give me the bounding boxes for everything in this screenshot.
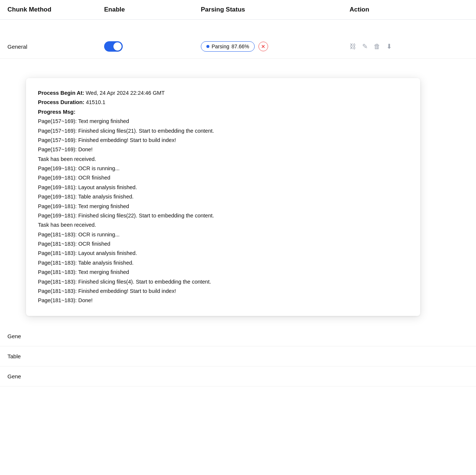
- parsing-label: Parsing: [212, 43, 229, 49]
- log-line: Page(181~183): Layout analysis finished.: [38, 249, 408, 258]
- header-action: Action: [350, 6, 469, 13]
- process-begin-label: Process Begin At:: [38, 90, 84, 96]
- chunk-method-cell: Table: [7, 353, 104, 359]
- toggle-switch[interactable]: [104, 41, 123, 52]
- process-duration-label: Process Duration:: [38, 99, 84, 105]
- log-line: Page(157~169): Done!: [38, 145, 408, 154]
- parsing-dot: [206, 45, 209, 48]
- table-row: Table: [0, 346, 476, 366]
- log-line: Page(181~183): OCR is running...: [38, 230, 408, 239]
- link-icon[interactable]: ⛓: [350, 43, 356, 51]
- log-line: Page(169~181): OCR finished: [38, 173, 408, 182]
- table-container: Chunk Method Enable Parsing Status Actio…: [0, 0, 476, 387]
- process-begin-value-text: Wed, 24 Apr 2024 22:24:46 GMT: [86, 90, 165, 96]
- log-line: Page(157~169): Finished embedding! Start…: [38, 136, 408, 145]
- progress-msg-line: Progress Msg:: [38, 107, 408, 117]
- table-header: Chunk Method Enable Parsing Status Actio…: [0, 0, 476, 20]
- action-cell: ⛓ ✎ 🗑 ⬇: [350, 42, 469, 51]
- table-row: Gene: [0, 326, 476, 346]
- progress-msg-label: Progress Msg:: [38, 109, 75, 115]
- header-enable: Enable: [104, 6, 201, 13]
- chunk-method-cell: Gene: [7, 373, 104, 379]
- log-line: Task has been received.: [38, 220, 408, 230]
- table-row: General Parsing 87.66% ✕ ⛓ ✎ 🗑 ⬇: [0, 35, 476, 59]
- process-begin-line: Process Begin At: Wed, 24 Apr 2024 22:24…: [38, 88, 408, 98]
- enable-cell: [104, 41, 201, 52]
- log-line: Page(169~181): OCR is running...: [38, 164, 408, 173]
- log-line: Page(169~181): Layout analysis finished.: [38, 183, 408, 192]
- process-duration-value-text: 41510.1: [86, 99, 105, 105]
- edit-icon[interactable]: ✎: [362, 42, 368, 51]
- process-duration-line: Process Duration: 41510.1: [38, 98, 408, 107]
- header-parsing-status: Parsing Status: [201, 6, 350, 13]
- log-line: Page(169~181): Text merging finished: [38, 202, 408, 211]
- table-row: Gene: [0, 366, 476, 387]
- log-line: Page(181~183): Finished slicing files(4)…: [38, 277, 408, 287]
- log-line: Task has been received.: [38, 155, 408, 164]
- log-line: Page(157~169): Text merging finished: [38, 117, 408, 126]
- log-line: Page(181~183): OCR finished: [38, 239, 408, 249]
- delete-icon[interactable]: 🗑: [374, 43, 380, 51]
- chunk-method-cell: General: [7, 43, 104, 50]
- cancel-button[interactable]: ✕: [258, 42, 268, 51]
- log-line: Page(169~181): Finished slicing files(22…: [38, 211, 408, 220]
- log-line: Page(169~181): Table analysis finished.: [38, 192, 408, 201]
- download-icon[interactable]: ⬇: [386, 42, 392, 51]
- log-line: Page(181~183): Text merging finished: [38, 268, 408, 277]
- header-chunk-method: Chunk Method: [7, 6, 104, 13]
- log-line: Page(181~183): Table analysis finished.: [38, 258, 408, 268]
- toggle-knob: [113, 42, 122, 51]
- chunk-method-cell: Gene: [7, 333, 104, 339]
- log-line: Page(181~183): Finished embedding! Start…: [38, 287, 408, 296]
- parsing-status-cell: Parsing 87.66% ✕: [201, 41, 350, 52]
- log-line: Page(157~169): Finished slicing files(21…: [38, 126, 408, 136]
- log-line: Page(181~183): Done!: [38, 296, 408, 305]
- log-lines: Page(157~169): Text merging finishedPage…: [38, 117, 408, 306]
- parsing-percent: 87.66%: [231, 43, 249, 49]
- parsing-badge: Parsing 87.66%: [201, 41, 255, 52]
- progress-popup: Process Begin At: Wed, 24 Apr 2024 22:24…: [26, 78, 420, 316]
